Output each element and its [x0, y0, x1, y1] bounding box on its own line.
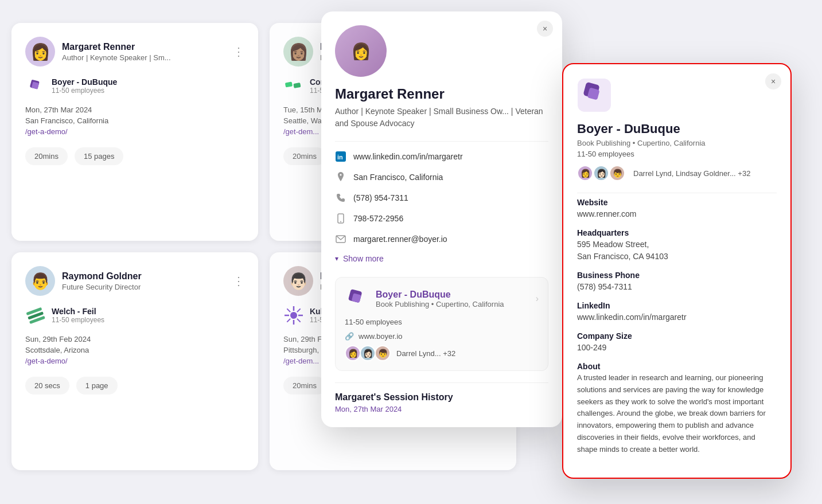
svg-point-7 [290, 312, 297, 319]
show-more-button[interactable]: ▾ Show more [335, 249, 548, 268]
card-title-margaret: Author | Keynote Speaker | Sm... [62, 53, 188, 62]
company-logo-billy [283, 305, 304, 326]
business-phone-section: Business Phone (578) 954-7311 [577, 271, 777, 293]
card-link-margaret[interactable]: /get-a-demo/ [25, 127, 244, 136]
company-mini-desc: Book Publishing • Cupertino, California [376, 300, 504, 308]
headquarters-section: Headquarters 595 Meadow Street, San Fran… [577, 228, 777, 263]
co-avatar-3: 👦 [609, 165, 625, 181]
card-name-raymond: Raymond Goldner [62, 271, 226, 282]
linkedin-value: www.linkedin.com/in/margaretr [353, 152, 463, 161]
company-name-margaret: Boyer - DuBuque [52, 77, 117, 87]
website-value: www.renner.com [577, 208, 777, 220]
show-more-label: Show more [343, 254, 384, 263]
co-employees-label: Darrel Lynd, Lindsay Goldner... +32 [633, 169, 750, 178]
company-detail-logo [577, 78, 611, 112]
company-linkedin-label: LinkedIn [577, 301, 777, 310]
company-mini-arrow: › [536, 294, 539, 304]
card-menu-raymond[interactable]: ⋮ [233, 275, 244, 287]
business-phone-value: (578) 954-7311 [577, 281, 777, 293]
company-detail-desc: Book Publishing • Cupertino, California [577, 139, 777, 147]
employees-label: Darrel Lynd... +32 [396, 349, 455, 358]
avatar-billy: 👨🏻 [283, 266, 313, 296]
phone-row: (578) 954-7311 [335, 187, 548, 208]
svg-rect-2 [285, 81, 293, 87]
link-icon: 🔗 [345, 332, 354, 341]
company-name-raymond: Welch - Feil [52, 307, 104, 316]
card-date-margaret: Mon, 27th Mar 2024 [25, 106, 244, 114]
linkedin-row: in www.linkedin.com/in/margaretr [335, 146, 548, 167]
card-badge1-raymond: 20 secs [25, 377, 69, 394]
company-size-raymond: 11-50 employees [52, 316, 104, 324]
mobile-row: 798-572-2956 [335, 208, 548, 229]
person-modal-close[interactable]: × [537, 21, 553, 37]
card-location-margaret: San Francisco, California [25, 116, 244, 125]
co-avatar-1: 👩 [577, 165, 593, 181]
card-menu-margaret[interactable]: ⋮ [233, 46, 244, 57]
company-logo-raymond [25, 305, 46, 326]
card-name-margaret: Margaret Renner [62, 42, 226, 52]
svg-line-14 [297, 308, 301, 312]
company-mini-card[interactable]: Boyer - DuBuque Book Publishing • Cupert… [335, 277, 548, 371]
svg-line-15 [287, 319, 290, 322]
company-website: www.boyer.io [359, 332, 403, 341]
company-detail-size: 11-50 employees [577, 150, 777, 158]
location-icon [335, 171, 346, 183]
employee-avatar-3: 👦 [375, 345, 391, 361]
employee-avatar-1: 👩 [345, 345, 361, 361]
avatar-belin: 👩🏽 [283, 37, 313, 67]
card-badge2-raymond: 1 page [76, 377, 118, 394]
session-history: Margaret's Session History Mon, 27th Mar… [335, 382, 548, 413]
about-section: About A trusted leader in research and l… [577, 362, 777, 456]
svg-text:in: in [337, 154, 343, 161]
email-row: margaret.renner@boyer.io [335, 229, 548, 249]
card-badge1-billy: 20mins [283, 377, 326, 394]
about-label: About [577, 362, 777, 371]
person-name-large: Margaret Renner [335, 86, 548, 102]
card-date-raymond: Sun, 29th Feb 2024 [25, 335, 244, 343]
company-logo-margaret [25, 76, 46, 96]
card-margaret[interactable]: 👩 Margaret Renner Author | Keynote Speak… [11, 23, 258, 241]
business-phone-label: Business Phone [577, 271, 777, 280]
company-size-label: Company Size [577, 331, 777, 341]
company-website-row: 🔗 www.boyer.io [345, 332, 539, 341]
company-modal: × Boyer - DuBuque Book Publishing • Cupe… [562, 63, 792, 479]
company-linkedin-value: www.linkedin.com/in/margaretr [577, 311, 777, 323]
card-location-raymond: Scottsdale, Arizona [25, 346, 244, 354]
about-text: A trusted leader in research and learnin… [577, 372, 777, 456]
company-mini-size: 11-50 employees [345, 318, 539, 326]
chevron-down-icon: ▾ [335, 255, 338, 263]
person-avatar-large: 👩 [335, 25, 387, 77]
location-row: San Francisco, California [335, 167, 548, 187]
company-size-section: Company Size 100-249 [577, 331, 777, 354]
company-mini-name: Boyer - DuBuque [376, 290, 504, 300]
company-size-value: 100-249 [577, 342, 777, 354]
svg-point-19 [340, 221, 341, 222]
employee-avatar-2: 👩🏻 [360, 345, 376, 361]
company-detail-name: Boyer - DuBuque [577, 122, 777, 136]
card-raymond[interactable]: 👨 Raymond Goldner Future Security Direct… [11, 252, 258, 470]
session-history-title: Margaret's Session History [335, 392, 548, 403]
avatar-margaret: 👩 [25, 37, 55, 67]
card-badge2-margaret: 15 pages [75, 147, 124, 165]
email-value: margaret.renner@boyer.io [353, 235, 447, 244]
company-linkedin-section: LinkedIn www.linkedin.com/in/margaretr [577, 301, 777, 323]
company-modal-close[interactable]: × [765, 73, 781, 89]
session-history-date: Mon, 27th Mar 2024 [335, 405, 548, 413]
mobile-value: 798-572-2956 [353, 214, 403, 223]
svg-rect-3 [293, 83, 301, 88]
location-value: San Francisco, California [353, 173, 443, 182]
card-badge1-belin: 20mins [283, 147, 326, 165]
company-mini-logo [345, 287, 369, 311]
headquarters-value: 595 Meadow Street, San Francisco, CA 941… [577, 239, 777, 263]
card-badge1-margaret: 20mins [25, 147, 68, 165]
website-section: Website www.renner.com [577, 198, 777, 220]
company-size-margaret: 11-50 employees [52, 87, 117, 95]
card-link-raymond[interactable]: /get-a-demo/ [25, 357, 244, 365]
avatar-raymond: 👨 [25, 266, 55, 296]
website-label: Website [577, 198, 777, 207]
company-employees-row: 👩 👩🏻 👦 Darrel Lynd, Lindsay Goldner... +… [577, 165, 777, 181]
svg-line-12 [287, 308, 290, 312]
email-icon [335, 233, 346, 245]
headquarters-label: Headquarters [577, 228, 777, 237]
phone-value: (578) 954-7311 [353, 193, 408, 202]
